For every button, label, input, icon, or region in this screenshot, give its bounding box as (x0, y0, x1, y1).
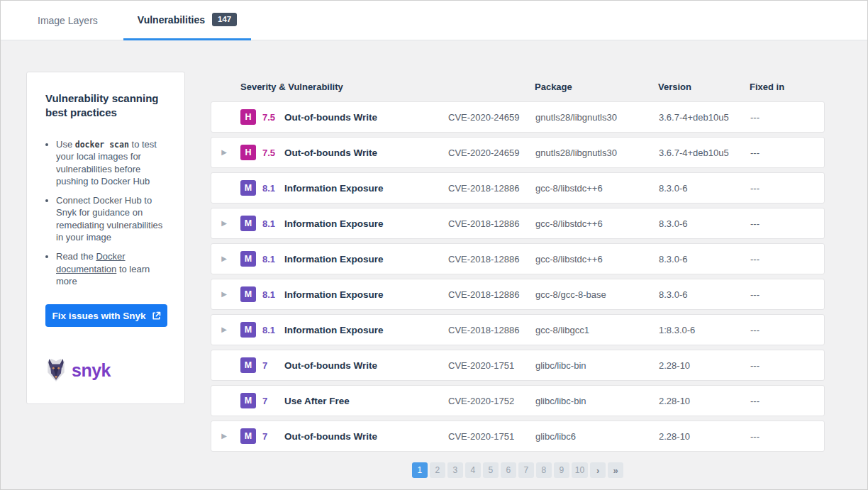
table-row[interactable]: ▶ M 7 Use After Free CVE-2020-1752 glibc… (211, 385, 825, 416)
card-title: Vulnerability scanning best practices (45, 91, 167, 119)
last-page-button[interactable]: » (608, 462, 623, 478)
severity-cell: M 8.1 Information Exposure (237, 322, 448, 338)
table-row[interactable]: ▶ H 7.5 Out-of-bounds Write CVE-2020-246… (211, 137, 825, 168)
severity-score: 8.1 (262, 183, 279, 194)
package-name: gcc-8/libstdc++6 (535, 183, 659, 194)
table-header-row: Severity & Vulnerability Package Version… (211, 72, 825, 101)
cve-id: CVE-2018-12886 (448, 218, 535, 229)
package-name: gcc-8/libstdc++6 (535, 254, 659, 265)
header-package: Package (535, 82, 658, 92)
fixed-in: --- (750, 431, 824, 442)
severity-cell: M 7 Out-of-bounds Write (237, 357, 448, 373)
vulnerability-name: Information Exposure (284, 254, 384, 265)
severity-badge: M (240, 216, 256, 231)
best-practices-list: Use docker scan to test your local image… (45, 138, 167, 287)
severity-cell: M 7 Out-of-bounds Write (237, 428, 448, 444)
fixed-in: --- (750, 289, 824, 300)
page-button-1[interactable]: 1 (412, 462, 428, 478)
severity-cell: M 7 Use After Free (237, 393, 448, 408)
fix-issues-button-label: Fix issues with Snyk (52, 311, 145, 321)
package-name: gnutls28/libgnutls30 (535, 112, 659, 123)
page-button-3[interactable]: 3 (447, 462, 463, 478)
fixed-in: --- (750, 325, 824, 335)
severity-score: 7.5 (262, 112, 279, 123)
header-version: Version (658, 82, 750, 92)
severity-cell: M 8.1 Information Exposure (237, 251, 448, 267)
table-row[interactable]: ▶ M 8.1 Information Exposure CVE-2018-12… (211, 279, 825, 310)
package-name: gcc-8/libgcc1 (535, 325, 659, 335)
vulnerability-name: Use After Free (284, 396, 350, 406)
expand-arrow-icon[interactable]: ▶ (211, 326, 237, 333)
content-area: Vulnerability scanning best practices Us… (1, 40, 867, 478)
page-button-7[interactable]: 7 (518, 462, 534, 478)
severity-cell: M 8.1 Information Exposure (237, 286, 448, 302)
best-practice-item: Use docker scan to test your local image… (56, 138, 167, 187)
page-button-9[interactable]: 9 (554, 462, 569, 478)
header-fixed-in: Fixed in (750, 82, 825, 92)
fixed-in: --- (750, 147, 824, 158)
page-button-8[interactable]: 8 (536, 462, 552, 478)
bullet-text: Use (56, 139, 75, 150)
page-button-2[interactable]: 2 (430, 462, 445, 478)
package-name: glibc/libc-bin (535, 360, 659, 371)
expand-arrow-icon[interactable]: ▶ (211, 433, 237, 440)
package-version: 8.3.0-6 (659, 254, 750, 265)
tab-vulnerabilities[interactable]: Vulnerabilities 147 (123, 1, 251, 40)
severity-badge: M (240, 357, 256, 373)
vulnerability-name: Information Exposure (284, 289, 384, 300)
severity-cell: H 7.5 Out-of-bounds Write (237, 145, 448, 160)
vulnerability-name: Out-of-bounds Write (284, 360, 377, 371)
page-button-10[interactable]: 10 (572, 462, 588, 478)
bullet-text: Connect Docker Hub to Snyk for guidance … (56, 195, 162, 243)
table-row[interactable]: ▶ M 8.1 Information Exposure CVE-2018-12… (211, 243, 825, 274)
severity-score: 8.1 (262, 289, 279, 300)
package-version: 3.6.7-4+deb10u5 (659, 112, 750, 123)
severity-score: 7 (262, 431, 279, 442)
table-row[interactable]: ▶ M 7 Out-of-bounds Write CVE-2020-1751 … (211, 421, 825, 452)
tab-image-layers-label: Image Layers (38, 15, 98, 26)
best-practice-item: Read the Docker documentation to learn m… (56, 250, 167, 287)
vulnerability-name: Information Exposure (284, 218, 384, 229)
external-link-icon (152, 311, 161, 321)
package-name: gnutls28/libgnutls30 (535, 147, 659, 158)
cve-id: CVE-2018-12886 (448, 254, 535, 265)
snyk-logo: snyk (45, 358, 167, 382)
tab-image-layers[interactable]: Image Layers (38, 1, 98, 40)
pagination: 12345678910›» (211, 462, 825, 478)
vulnerability-table: Severity & Vulnerability Package Version… (211, 72, 825, 478)
expand-arrow-icon[interactable]: ▶ (211, 291, 237, 298)
best-practices-card: Vulnerability scanning best practices Us… (26, 72, 185, 404)
next-page-button[interactable]: › (590, 462, 606, 478)
severity-cell: M 8.1 Information Exposure (237, 180, 448, 196)
package-version: 8.3.0-6 (659, 289, 750, 300)
fixed-in: --- (750, 112, 824, 123)
severity-badge: H (240, 109, 256, 125)
package-version: 3.6.7-4+deb10u5 (659, 147, 750, 158)
page-button-5[interactable]: 5 (483, 462, 499, 478)
cve-id: CVE-2020-1752 (448, 396, 535, 406)
expand-arrow-icon[interactable]: ▶ (211, 220, 237, 227)
page-button-4[interactable]: 4 (465, 462, 481, 478)
page-button-6[interactable]: 6 (501, 462, 516, 478)
expand-arrow-icon[interactable]: ▶ (211, 149, 237, 156)
severity-score: 7 (262, 360, 279, 371)
severity-score: 8.1 (262, 254, 279, 265)
table-row[interactable]: ▶ H 7.5 Out-of-bounds Write CVE-2020-246… (211, 101, 825, 133)
vulnerability-rows: ▶ H 7.5 Out-of-bounds Write CVE-2020-246… (211, 101, 825, 452)
severity-cell: M 8.1 Information Exposure (237, 216, 448, 231)
package-name: gcc-8/libstdc++6 (535, 218, 659, 229)
fixed-in: --- (750, 183, 824, 194)
table-row[interactable]: ▶ M 7 Out-of-bounds Write CVE-2020-1751 … (211, 350, 825, 381)
fix-issues-with-snyk-button[interactable]: Fix issues with Snyk (45, 304, 167, 327)
severity-badge: M (240, 251, 256, 267)
severity-badge: M (240, 322, 256, 338)
expand-arrow-icon[interactable]: ▶ (211, 255, 237, 262)
severity-score: 7.5 (262, 147, 279, 158)
package-version: 2.28-10 (659, 431, 750, 442)
package-name: gcc-8/gcc-8-base (535, 289, 659, 300)
table-row[interactable]: ▶ M 8.1 Information Exposure CVE-2018-12… (211, 314, 825, 345)
table-row[interactable]: ▶ M 8.1 Information Exposure CVE-2018-12… (211, 208, 825, 239)
cve-id: CVE-2020-1751 (448, 360, 535, 371)
fixed-in: --- (750, 218, 824, 229)
table-row[interactable]: ▶ M 8.1 Information Exposure CVE-2018-12… (211, 172, 825, 204)
